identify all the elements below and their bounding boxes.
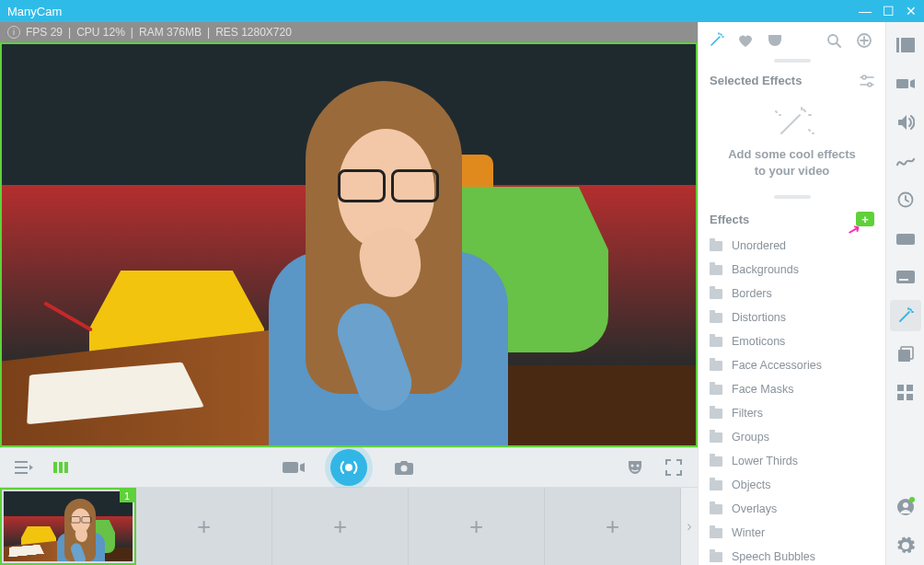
svg-point-12 — [862, 75, 866, 79]
stat-res: RES 1280X720 — [215, 26, 292, 39]
effects-item[interactable]: Overlays — [699, 497, 885, 521]
folder-icon — [710, 409, 722, 419]
rail-account-icon[interactable] — [890, 491, 921, 523]
svg-rect-23 — [907, 385, 913, 391]
svg-rect-3 — [53, 462, 57, 473]
rail-audio-icon[interactable] — [890, 107, 921, 138]
folder-icon — [710, 528, 722, 538]
panel-grip[interactable] — [774, 59, 811, 63]
title-bar: ManyCam — ☐ ✕ — [0, 0, 924, 22]
preset-thumb-1[interactable]: 1 — [0, 488, 136, 565]
wand-placeholder-icon — [767, 106, 818, 139]
effects-item[interactable]: Groups — [699, 425, 885, 449]
rail-titler-icon[interactable] — [890, 261, 921, 293]
effects-item[interactable]: Speech Bubbles — [699, 545, 885, 565]
svg-rect-15 — [901, 38, 915, 52]
folder-icon — [710, 265, 722, 275]
preset-thumbnails: 1 + + + + › — [0, 488, 698, 565]
svg-rect-5 — [64, 462, 68, 473]
folder-icon — [710, 432, 722, 443]
folder-icon — [710, 385, 722, 395]
preset-thumb-2[interactable]: + — [136, 488, 272, 565]
stat-cpu: CPU 12% — [76, 26, 125, 39]
effects-heading: Effects — [710, 213, 749, 226]
folder-icon — [710, 552, 722, 562]
folder-icon — [710, 337, 722, 347]
video-preview[interactable] — [0, 42, 698, 447]
folder-icon — [710, 504, 722, 514]
selected-effects-empty: Add some cool effects to your video — [699, 93, 885, 195]
effects-list[interactable]: Unordered Backgrounds Borders Distortion… — [699, 234, 885, 565]
svg-rect-14 — [896, 38, 899, 52]
window-controls: — ☐ ✕ — [859, 5, 917, 17]
layers-icon[interactable] — [50, 455, 75, 480]
snapshot-button[interactable] — [391, 455, 417, 480]
thumb-badge: 1 — [120, 490, 134, 502]
close-button[interactable]: ✕ — [906, 5, 917, 17]
svg-rect-18 — [896, 271, 915, 283]
broadcast-button[interactable] — [330, 449, 367, 486]
effects-item[interactable]: Face Masks — [699, 377, 885, 401]
mask-tab-icon[interactable] — [767, 32, 787, 49]
folder-icon — [710, 313, 722, 323]
rail-video-icon[interactable] — [890, 68, 921, 99]
panel-grip[interactable] — [774, 195, 811, 199]
rail-gallery-icon[interactable] — [890, 339, 921, 370]
wand-tab-icon[interactable] — [708, 32, 728, 49]
minimize-button[interactable]: — — [859, 5, 872, 17]
folder-icon — [710, 456, 722, 467]
effects-item[interactable]: Borders — [699, 282, 885, 306]
rail-settings-icon[interactable] — [890, 530, 921, 561]
svg-point-6 — [346, 465, 352, 470]
rail-presets-icon[interactable] — [890, 29, 921, 61]
effects-item[interactable]: Objects — [699, 473, 885, 497]
preset-thumb-5[interactable]: + — [545, 488, 681, 565]
effects-item[interactable]: Distortions — [699, 306, 885, 329]
rail-grid-icon[interactable] — [890, 377, 921, 409]
rail-draw-icon[interactable] — [890, 145, 921, 177]
mask-toggle-icon[interactable] — [622, 455, 648, 480]
effects-item[interactable]: Winter — [699, 521, 885, 545]
svg-point-9 — [637, 465, 640, 467]
effects-item[interactable]: Lower Thirds — [699, 449, 885, 473]
empty-text-line1: Add some cool effects — [710, 146, 874, 163]
presets-list-icon[interactable] — [11, 455, 37, 480]
selected-effects-heading: Selected Effects — [710, 74, 802, 87]
folder-icon — [710, 480, 722, 490]
svg-rect-22 — [897, 385, 904, 391]
rail-keyboard-icon[interactable] — [890, 223, 921, 254]
rail-effects-icon[interactable] — [890, 300, 921, 331]
info-icon[interactable]: i — [7, 26, 20, 39]
effects-item[interactable]: Face Accessories — [699, 353, 885, 377]
effects-item[interactable]: Filters — [699, 401, 885, 425]
rail-time-icon[interactable] — [890, 184, 921, 215]
sliders-icon[interactable] — [860, 75, 874, 87]
effects-panel-tabs — [699, 22, 885, 59]
add-effect-button[interactable]: + — [856, 212, 874, 226]
svg-rect-4 — [59, 462, 63, 473]
svg-rect-24 — [897, 394, 904, 400]
record-video-button[interactable] — [281, 455, 306, 480]
maximize-button[interactable]: ☐ — [883, 5, 895, 17]
svg-rect-0 — [15, 461, 28, 463]
preset-thumb-4[interactable]: + — [409, 488, 545, 565]
preset-thumb-3[interactable]: + — [272, 488, 409, 565]
effects-item[interactable]: Emoticons — [699, 329, 885, 353]
effects-item[interactable]: Backgrounds — [699, 258, 885, 282]
svg-point-27 — [903, 502, 908, 508]
add-circle-icon[interactable] — [856, 32, 876, 49]
svg-rect-25 — [907, 394, 913, 400]
stats-bar: i FPS 29 | CPU 12% | RAM 376MB | RES 128… — [0, 22, 698, 42]
fullscreen-button[interactable] — [661, 455, 687, 480]
search-icon[interactable] — [826, 33, 847, 48]
presets-next-button[interactable]: › — [681, 518, 698, 535]
preview-scene — [2, 44, 696, 445]
effects-item[interactable]: Unordered — [699, 234, 885, 258]
effects-panel: Selected Effects Add some cool effects t… — [698, 22, 885, 565]
folder-icon — [710, 361, 722, 371]
svg-point-13 — [868, 83, 872, 86]
heart-tab-icon[interactable] — [737, 33, 757, 48]
empty-text-line2: to your video — [710, 163, 874, 179]
app-title: ManyCam — [7, 5, 62, 18]
right-rail — [885, 22, 924, 565]
